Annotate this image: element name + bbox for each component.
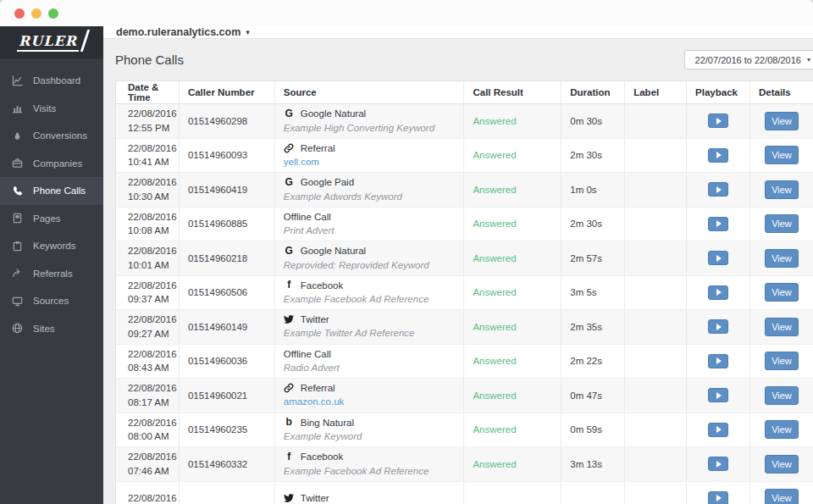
view-button[interactable]: View (765, 214, 799, 233)
caller-number-cell: 01514960235 (180, 413, 275, 447)
sidebar-item-sites[interactable]: Sites (0, 315, 103, 343)
label-cell (625, 413, 687, 447)
play-button[interactable] (708, 423, 728, 437)
details-cell: View (750, 104, 813, 138)
status-badge: Answered (473, 253, 561, 263)
source-name: Google Natural (301, 244, 366, 258)
site-selector[interactable]: demo.ruleranalytics.com ▾ (116, 26, 250, 38)
view-button[interactable]: View (765, 455, 799, 474)
details-cell: View (750, 139, 813, 173)
call-date: 22/08/2016 (128, 175, 179, 190)
sidebar-item-phone-calls[interactable]: Phone Calls (0, 177, 103, 205)
status-badge: Answered (473, 424, 561, 435)
playback-cell (687, 482, 750, 504)
view-button[interactable]: View (765, 420, 799, 439)
date-time-cell: 22/08/201608:17 AM (116, 379, 180, 413)
sidebar-item-visits[interactable]: Visits (0, 95, 103, 123)
sidebar-item-label: Conversions (33, 130, 87, 141)
sidebar-item-label: Pages (33, 213, 61, 224)
date-range-button[interactable]: 22/07/2016 to 22/08/2016 ▾ (684, 50, 813, 69)
source-cell: Referralamazon.co.uk (275, 379, 465, 413)
window-titlebar (0, 0, 813, 26)
source-cell: fFacebookExample Facebook Ad Reference (275, 276, 465, 310)
keywords-icon (11, 240, 23, 252)
table-body: 22/08/201612:55 PM01514960298GGoogle Nat… (116, 104, 813, 504)
sidebar-item-referrals[interactable]: Referrals (0, 260, 103, 288)
source-cell: GGoogle NaturalReprovided: Reprovided Ke… (275, 241, 465, 275)
call-time: 09:37 AM (128, 292, 179, 307)
sidebar-item-keywords[interactable]: Keywords (0, 232, 103, 260)
call-date: 22/08/2016 (128, 381, 179, 396)
play-icon (716, 186, 722, 193)
play-button[interactable] (708, 285, 728, 300)
link-icon (284, 383, 295, 393)
play-icon (716, 255, 722, 262)
source-cell: GGoogle NaturalExample High Converting K… (275, 104, 465, 138)
date-range-label: 22/07/2016 to 22/08/2016 (695, 55, 801, 65)
call-date: 22/08/2016 (128, 107, 179, 121)
call-date: 22/08/2016 (128, 450, 179, 464)
close-button[interactable] (14, 8, 25, 19)
sidebar-item-pages[interactable]: Pages (0, 205, 103, 233)
call-result-cell: Answered (464, 241, 561, 275)
date-time-cell: 22/08/201608:00 AM (116, 413, 180, 447)
play-button[interactable] (708, 319, 728, 334)
details-cell: View (750, 276, 813, 310)
sidebar-item-companies[interactable]: Companies (0, 150, 103, 178)
play-button[interactable] (708, 148, 728, 163)
source-keyword: Example Facebook Ad Reference (284, 292, 464, 307)
play-button[interactable] (708, 457, 728, 471)
duration-cell: 3m 5s (561, 276, 625, 310)
view-button[interactable]: View (765, 318, 799, 336)
play-button[interactable] (708, 217, 728, 231)
view-button[interactable]: View (765, 112, 799, 130)
source-referrer-link[interactable]: yell.com (284, 155, 464, 169)
source-cell: fFacebookExample Facebook Ad Reference (275, 447, 465, 481)
view-button[interactable]: View (765, 283, 799, 302)
view-button[interactable]: View (765, 249, 799, 268)
source-cell: bBing NaturalExample Keyword (275, 413, 465, 447)
details-cell: View (750, 241, 813, 275)
view-button[interactable]: View (765, 489, 799, 504)
table-row: 22/08/201607:46 AM01514960332fFacebookEx… (116, 447, 813, 482)
call-result-cell: Answered (464, 208, 561, 241)
play-button[interactable] (708, 354, 728, 368)
date-time-cell: 22/08/201609:27 AM (116, 310, 180, 344)
play-button[interactable] (708, 388, 728, 402)
source-referrer-link[interactable]: amazon.co.uk (284, 395, 464, 409)
playback-cell (687, 104, 750, 138)
label-cell (625, 241, 687, 275)
call-date: 22/08/2016 (128, 491, 179, 504)
status-badge: Answered (473, 287, 561, 297)
sidebar: RULER DashboardVisitsConversionsCompanie… (0, 26, 103, 504)
sidebar-item-conversions[interactable]: Conversions (0, 122, 103, 150)
play-button[interactable] (708, 182, 728, 197)
play-button[interactable] (708, 114, 728, 128)
sidebar-item-label: Keywords (33, 241, 76, 251)
view-button[interactable]: View (765, 386, 799, 405)
caller-number-cell: 01514960093 (180, 139, 275, 173)
view-button[interactable]: View (765, 352, 799, 370)
play-button[interactable] (708, 251, 728, 265)
call-date: 22/08/2016 (128, 244, 179, 258)
call-result-cell: Answered (464, 104, 561, 138)
column-header-details: Details (750, 81, 813, 103)
content: Phone Calls 22/07/2016 to 22/08/2016 ▾ D… (103, 39, 813, 504)
label-cell (625, 104, 687, 138)
view-button[interactable]: View (765, 180, 799, 199)
source-name: Offline Call (284, 210, 331, 224)
call-date: 22/08/2016 (128, 347, 179, 362)
zoom-button[interactable] (48, 8, 58, 19)
call-result-cell: Answered (464, 413, 561, 447)
date-time-cell: 22/08/201610:08 AM (116, 208, 180, 241)
logo: RULER (0, 26, 103, 58)
label-cell (625, 345, 687, 379)
view-button[interactable]: View (765, 146, 799, 164)
sidebar-item-sources[interactable]: Sources (0, 287, 103, 315)
details-cell: View (750, 310, 813, 344)
label-cell (625, 173, 687, 207)
play-button[interactable] (708, 491, 728, 504)
sidebar-item-dashboard[interactable]: Dashboard (0, 67, 103, 95)
minimize-button[interactable] (31, 8, 41, 19)
table-row: 22/08/201608:43 AM01514960036Offline Cal… (116, 345, 813, 379)
